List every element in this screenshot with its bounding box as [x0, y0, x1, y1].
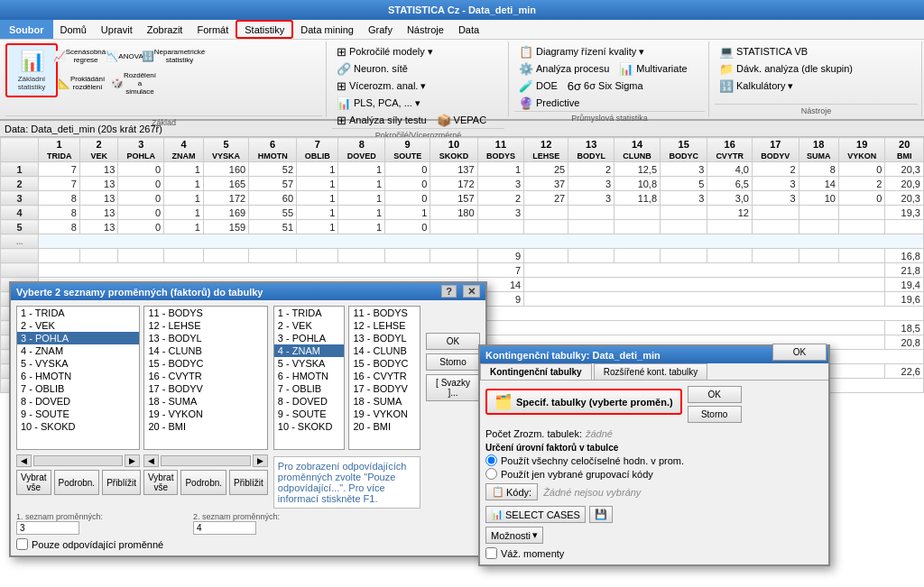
- list-item[interactable]: 18 - SUMA: [144, 395, 266, 408]
- scroll-track-1[interactable]: [33, 455, 123, 466]
- dialog-varsel-close[interactable]: ✕: [463, 285, 480, 298]
- menu-grafy[interactable]: Grafy: [361, 20, 400, 39]
- menu-zobrazit[interactable]: Zobrazit: [140, 20, 190, 39]
- btn-predictive[interactable]: 🔮Predictive: [514, 95, 584, 111]
- dialog-contingency[interactable]: Kontingenční tabulky: Data_deti_min ? ✕ …: [478, 344, 830, 566]
- menu-nastroje[interactable]: Nástroje: [400, 20, 451, 39]
- btn-vicerozmerne[interactable]: ⊞Vícerozm. anal. ▾: [332, 78, 430, 94]
- list-item[interactable]: 18 - SUMA: [349, 395, 420, 408]
- btn-specif[interactable]: 🗂️ Specif. tabulky (vyberte proměn.): [485, 389, 682, 415]
- btn-pobrobn-1[interactable]: Podrobn.: [54, 470, 100, 495]
- list-item[interactable]: 5 - VYSKA: [274, 357, 345, 370]
- list-item[interactable]: 16 - CVYTR: [144, 370, 266, 382]
- btn-prokladani[interactable]: 📐 Prokládání rozdělení: [58, 70, 105, 96]
- btn-anova[interactable]: 📉 ANOVA: [103, 43, 146, 69]
- btn-zakladni-statistiky[interactable]: 📊 Základní statistiky: [5, 43, 58, 97]
- tab-kontingencni[interactable]: Kontingenční tabulky: [480, 363, 592, 380]
- btn-pls-pca[interactable]: 📊PLS, PCA, ... ▾: [332, 95, 425, 111]
- list-item[interactable]: 14 - CLUNB: [349, 344, 420, 357]
- list-item[interactable]: 14 - CLUNB: [144, 344, 266, 357]
- list-item[interactable]: 15 - BODYC: [349, 357, 420, 370]
- list-item[interactable]: 9 - SOUTE: [274, 408, 345, 420]
- scroll-right-2[interactable]: ▶: [253, 454, 268, 467]
- btn-multivariate[interactable]: 📊Multivariate: [614, 60, 691, 77]
- btn-analyza-procesu[interactable]: ⚙️Analýza procesu: [514, 60, 614, 77]
- list-item[interactable]: 4 - ZNAM: [17, 344, 139, 357]
- scroll-track-2[interactable]: [161, 455, 250, 466]
- btn-pokrocile-modely[interactable]: ⊞Pokročilé modely ▾: [332, 43, 438, 60]
- btn-scenasonba[interactable]: 📈 Scenásobná regrese: [58, 43, 101, 69]
- list-item[interactable]: 1 - TRIDA: [274, 307, 345, 319]
- btn-vybrat-vse-1[interactable]: Vybrat vše: [16, 470, 51, 495]
- list-item[interactable]: 7 - OBLIB: [17, 382, 139, 395]
- list-item-selected[interactable]: 3 - POHLA: [17, 332, 139, 344]
- menu-soubor[interactable]: Soubor: [0, 20, 53, 39]
- menu-upravit[interactable]: Upravit: [94, 20, 140, 39]
- list-item[interactable]: 10 - SKOKD: [17, 420, 139, 433]
- tab-rozsirene[interactable]: Rozšířené kont. tabulky: [594, 363, 708, 380]
- btn-rozdeleni[interactable]: 🎲 Rozdělení a simulace: [106, 70, 161, 96]
- list-item[interactable]: 8 - DOVED: [274, 395, 345, 408]
- list-item[interactable]: 3 - POHLA: [274, 332, 345, 344]
- list-item[interactable]: 1 - TRIDA: [17, 307, 139, 319]
- btn-ok-contingency[interactable]: OK: [772, 344, 827, 361]
- btn-priblizit-1[interactable]: Přiblížit: [102, 470, 141, 495]
- list-item[interactable]: 9 - SOUTE: [17, 408, 139, 420]
- scroll-left-2[interactable]: ◀: [143, 454, 159, 467]
- btn-save[interactable]: 💾: [589, 506, 613, 523]
- list-item[interactable]: 20 - BMI: [349, 420, 420, 433]
- scroll-left-1[interactable]: ◀: [16, 454, 32, 467]
- btn-priblizit-2[interactable]: Přiblížit: [229, 470, 268, 495]
- menu-format[interactable]: Formát: [189, 20, 236, 39]
- var-listbox-1[interactable]: 1 - TRIDA 2 - VEK 3 - POHLA 4 - ZNAM 5 -…: [16, 306, 140, 450]
- list-item[interactable]: 11 - BODYS: [144, 307, 266, 319]
- checkbox-pouze[interactable]: [16, 538, 28, 550]
- input-1seznam[interactable]: [16, 521, 79, 535]
- btn-svazky-varsel[interactable]: [ Svazky ]...: [426, 374, 480, 401]
- list-item[interactable]: 13 - BODYL: [144, 332, 266, 344]
- list-item[interactable]: 10 - SKOKD: [274, 420, 345, 433]
- list-item[interactable]: 19 - VYKON: [349, 408, 420, 420]
- btn-pobrobn-2[interactable]: Podrobn.: [180, 470, 226, 495]
- btn-storno-cont[interactable]: Storno: [688, 406, 742, 423]
- list-item[interactable]: 19 - VYKON: [144, 408, 266, 420]
- list-item[interactable]: 2 - VEK: [274, 319, 345, 332]
- list-item[interactable]: 11 - BODYS: [349, 307, 420, 319]
- menu-domu[interactable]: Domů: [53, 20, 94, 39]
- list-item[interactable]: 7 - OBLIB: [274, 382, 345, 395]
- var-listbox-3[interactable]: 1 - TRIDA 2 - VEK 3 - POHLA 4 - ZNAM 5 -…: [273, 306, 346, 450]
- list-item[interactable]: 17 - BODYV: [144, 382, 266, 395]
- list-item[interactable]: 12 - LEHSE: [349, 319, 420, 332]
- btn-moznosti[interactable]: Možnosti ▾: [485, 527, 543, 544]
- list-item[interactable]: 20 - BMI: [144, 420, 266, 433]
- dialog-varsel-controls[interactable]: ? ✕: [438, 286, 480, 298]
- checkbox-vaz[interactable]: [485, 547, 497, 559]
- list-item[interactable]: 12 - LEHSE: [144, 319, 266, 332]
- btn-vybrat-vse-2[interactable]: Vybrat vše: [143, 470, 179, 495]
- btn-neparametricke[interactable]: 🔢 Neparametrické statistiky: [148, 43, 199, 69]
- list-item[interactable]: 15 - BODYC: [144, 357, 266, 370]
- list-item[interactable]: 6 - HMOTN: [17, 370, 139, 382]
- list-item[interactable]: 6 - HMOTN: [274, 370, 345, 382]
- btn-kody[interactable]: 📋 Kódy:: [485, 483, 538, 500]
- var-listbox-4[interactable]: 11 - BODYS 12 - LEHSE 13 - BODYL 14 - CL…: [348, 306, 420, 450]
- list-item[interactable]: 2 - VEK: [17, 319, 139, 332]
- list-item[interactable]: 8 - DOVED: [17, 395, 139, 408]
- btn-ok-varsel[interactable]: OK: [426, 333, 480, 350]
- menu-data[interactable]: Data: [451, 20, 486, 39]
- menu-statistiky[interactable]: Statistiky: [236, 20, 293, 39]
- var-listbox-2[interactable]: 11 - BODYS 12 - LEHSE 13 - BODYL 14 - CL…: [143, 306, 267, 450]
- btn-storno-varsel[interactable]: Storno: [426, 353, 480, 371]
- btn-diagramy[interactable]: 📋Diagramy řízení kvality ▾: [514, 43, 649, 60]
- btn-analyza-sily[interactable]: ⊞Analýza síly testu: [332, 112, 431, 128]
- list-item[interactable]: 5 - VYSKA: [17, 357, 139, 370]
- dialog-varsel-help[interactable]: ?: [441, 285, 457, 298]
- btn-six-sigma[interactable]: 6σ6σ Six Sigma: [563, 78, 648, 94]
- list-item[interactable]: 13 - BODYL: [349, 332, 420, 344]
- radio-vsechny[interactable]: [485, 454, 497, 466]
- input-2seznam[interactable]: [193, 521, 256, 535]
- btn-select-cases[interactable]: 📊 SELECT CASES: [485, 506, 586, 523]
- radio-vybrané[interactable]: [485, 468, 497, 480]
- btn-kalkulatory[interactable]: 🔢Kalkulátory ▾: [715, 78, 798, 94]
- scroll-right-1[interactable]: ▶: [125, 454, 140, 467]
